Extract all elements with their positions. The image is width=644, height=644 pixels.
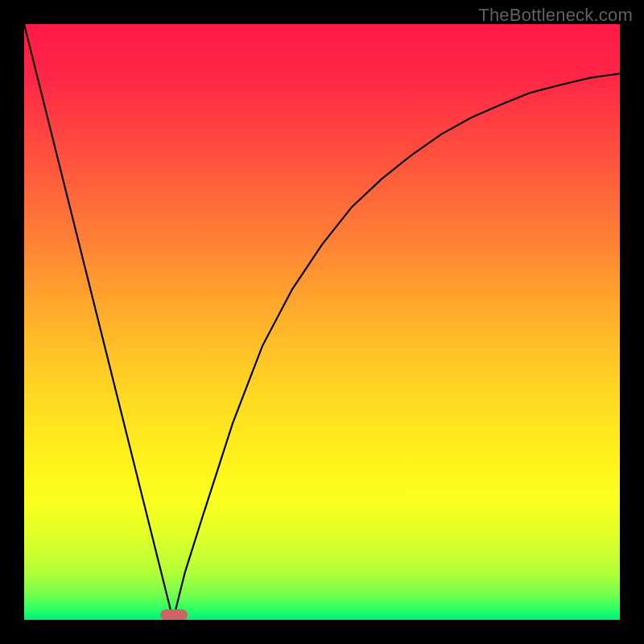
minimum-marker [160, 609, 188, 620]
chart-frame: TheBottleneck.com [0, 0, 644, 644]
curve-layer [24, 24, 620, 620]
plot-area [24, 24, 620, 620]
watermark-text: TheBottleneck.com [478, 5, 633, 26]
bottleneck-curve [24, 24, 620, 620]
